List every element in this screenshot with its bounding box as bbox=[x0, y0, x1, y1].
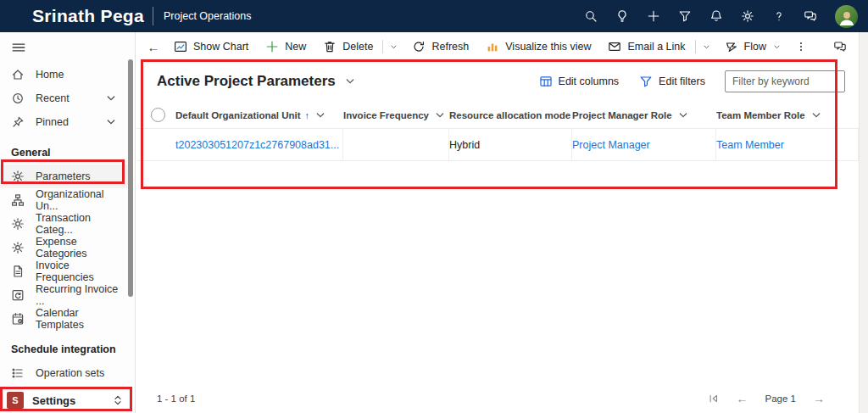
chevron-down-icon bbox=[104, 92, 118, 105]
funnel-icon bbox=[639, 75, 653, 88]
trash-icon bbox=[323, 40, 337, 53]
sidebar-item-transaction-categories[interactable]: Transaction Categ... bbox=[0, 212, 128, 236]
visualize-view-button[interactable]: Visualize this view bbox=[477, 36, 599, 58]
cell-team-member-role: Team Member bbox=[716, 129, 859, 160]
pagination: ← Page 1 → bbox=[708, 392, 825, 405]
email-link-button[interactable]: Email a Link bbox=[599, 36, 693, 58]
show-chart-button[interactable]: Show Chart bbox=[165, 36, 257, 58]
button-label: Show Chart bbox=[193, 41, 248, 53]
sidebar-item-recent[interactable]: Recent bbox=[0, 87, 128, 110]
notifications-bell-icon[interactable] bbox=[709, 9, 723, 23]
button-label: Flow bbox=[744, 41, 766, 53]
project-manager-role-link[interactable]: Project Manager bbox=[572, 139, 650, 151]
record-link[interactable]: t202303051207z1c2767908ad31... bbox=[175, 139, 339, 151]
sidebar-item-label: Invoice Frequencies bbox=[36, 260, 128, 283]
table-header: Default Organizational Unit ↑ Invoice Fr… bbox=[136, 102, 859, 129]
chevron-down-icon bbox=[314, 109, 327, 122]
sidebar-item-recurring-invoice[interactable]: Recurring Invoice ... bbox=[0, 283, 128, 307]
page-scrollbar[interactable] bbox=[859, 32, 868, 413]
button-label: New bbox=[285, 41, 306, 53]
table-row[interactable]: t202303051207z1c2767908ad31... Hybrid Pr… bbox=[136, 129, 859, 161]
first-page-icon[interactable] bbox=[708, 393, 720, 405]
select-all-checkbox[interactable] bbox=[151, 108, 165, 122]
quick-create-plus-icon[interactable] bbox=[647, 9, 660, 23]
chevron-down-icon bbox=[433, 109, 447, 122]
sort-ascending-icon: ↑ bbox=[305, 110, 310, 120]
recurring-invoice-icon bbox=[11, 288, 25, 302]
sidebar-item-label: Pinned bbox=[36, 116, 69, 128]
overflow-button[interactable] bbox=[790, 36, 812, 57]
cell-invoice-frequency bbox=[343, 129, 449, 160]
column-header-default-organizational-unit[interactable]: Default Organizational Unit ↑ bbox=[175, 109, 343, 122]
filter-icon[interactable] bbox=[678, 9, 692, 23]
sidebar-item-pinned[interactable]: Pinned bbox=[0, 110, 128, 134]
button-label: Visualize this view bbox=[505, 41, 591, 53]
toolbar-divider bbox=[695, 40, 696, 53]
flow-button[interactable]: Flow bbox=[716, 36, 790, 58]
next-page-icon[interactable]: → bbox=[813, 392, 825, 405]
sidebar-item-operation-sets[interactable]: Operation sets bbox=[0, 361, 128, 385]
column-header-team-member-role[interactable]: Team Member Role bbox=[716, 109, 859, 122]
column-header-resource-allocation-mode[interactable]: Resource allocation mode bbox=[449, 109, 572, 122]
command-bar: ← Show Chart New Delete Refresh Visualiz… bbox=[136, 32, 859, 61]
sidebar-item-invoice-frequencies[interactable]: Invoice Frequencies bbox=[0, 260, 128, 283]
gear-icon bbox=[11, 217, 25, 231]
email-split-chevron[interactable] bbox=[697, 38, 716, 56]
refresh-button[interactable]: Refresh bbox=[403, 36, 477, 58]
edit-columns-icon bbox=[539, 75, 553, 88]
menu-icon[interactable] bbox=[11, 40, 26, 59]
lightbulb-icon[interactable] bbox=[615, 9, 629, 23]
edit-columns-button[interactable]: Edit columns bbox=[531, 70, 627, 92]
sidebar-item-organizational-units[interactable]: Organizational Un... bbox=[0, 188, 128, 212]
page-label: Page 1 bbox=[765, 393, 796, 404]
sidebar-scrollbar[interactable] bbox=[128, 59, 133, 297]
brand-title[interactable]: Srinath Pega bbox=[32, 6, 144, 26]
filter-keyword-input[interactable] bbox=[725, 70, 845, 92]
sidebar-item-expense-categories[interactable]: Expense Categories bbox=[0, 236, 128, 260]
view-actions: Edit columns Edit filters bbox=[531, 70, 845, 92]
column-label: Project Manager Role bbox=[572, 110, 672, 120]
page-title: Active Project Parameters bbox=[157, 73, 336, 90]
edit-filters-button[interactable]: Edit filters bbox=[632, 70, 713, 92]
previous-page-icon[interactable]: ← bbox=[737, 392, 748, 405]
chevron-down-icon bbox=[772, 42, 782, 52]
gear-icon bbox=[11, 241, 25, 254]
feedback-icon[interactable] bbox=[833, 40, 847, 56]
sidebar-item-parameters[interactable]: Parameters bbox=[0, 165, 128, 188]
column-header-invoice-frequency[interactable]: Invoice Frequency bbox=[343, 109, 449, 122]
clock-icon bbox=[11, 92, 25, 105]
settings-area-label: Settings bbox=[32, 394, 75, 407]
sidebar-nav: Home Recent Pinned General Parameters Or… bbox=[0, 63, 128, 385]
area-switcher-settings[interactable]: S Settings bbox=[0, 388, 135, 413]
help-icon[interactable] bbox=[772, 9, 786, 23]
gear-icon[interactable] bbox=[741, 9, 754, 23]
sidebar-item-label: Expense Categories bbox=[36, 236, 128, 260]
view-selector[interactable]: Active Project Parameters bbox=[157, 73, 357, 90]
status-bar: 1 - 1 of 1 ← Page 1 → bbox=[136, 384, 825, 413]
toolbar-divider bbox=[382, 40, 383, 53]
sidebar-item-home[interactable]: Home bbox=[0, 63, 128, 87]
search-icon[interactable] bbox=[584, 9, 598, 23]
app-name: Project Operations bbox=[164, 10, 252, 22]
org-chart-icon bbox=[11, 193, 25, 207]
sidebar-section-schedule-integration: Schedule integration bbox=[0, 331, 128, 361]
delete-split-chevron[interactable] bbox=[384, 38, 403, 56]
cell-project-manager-role: Project Manager bbox=[572, 129, 716, 160]
column-label: Resource allocation mode bbox=[449, 110, 570, 120]
pin-icon bbox=[11, 115, 25, 129]
avatar[interactable] bbox=[835, 5, 858, 28]
record-count: 1 - 1 of 1 bbox=[157, 393, 195, 404]
team-member-role-link[interactable]: Team Member bbox=[716, 139, 784, 151]
sidebar-item-calendar-templates[interactable]: Calendar Templates bbox=[0, 307, 128, 331]
column-header-project-manager-role[interactable]: Project Manager Role bbox=[572, 109, 716, 122]
sidebar-item-label: Recurring Invoice ... bbox=[36, 283, 128, 307]
button-label: Delete bbox=[342, 41, 373, 53]
back-icon[interactable]: ← bbox=[142, 40, 165, 54]
new-button[interactable]: New bbox=[257, 36, 314, 58]
column-label: Default Organizational Unit bbox=[175, 110, 301, 120]
settings-area-tile: S bbox=[7, 392, 24, 409]
chevron-up-down-icon bbox=[111, 393, 125, 407]
cell-value: Hybrid bbox=[449, 139, 480, 151]
delete-button[interactable]: Delete bbox=[314, 36, 381, 58]
feedback-chat-icon[interactable] bbox=[804, 9, 817, 23]
